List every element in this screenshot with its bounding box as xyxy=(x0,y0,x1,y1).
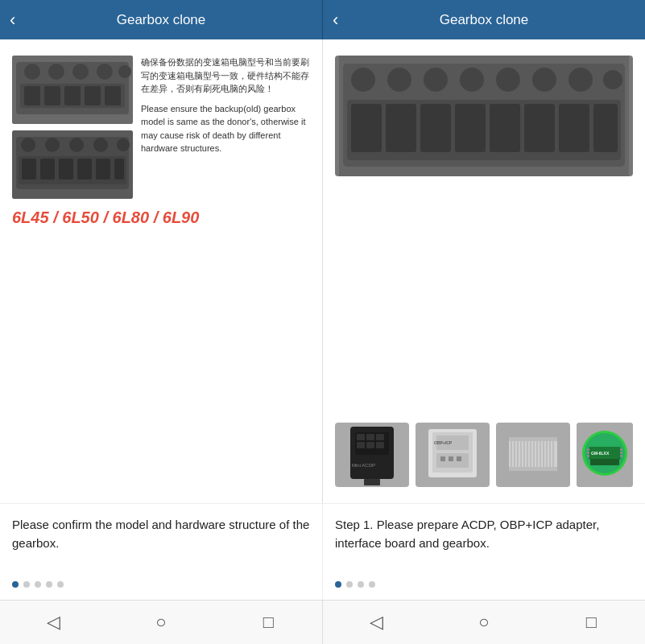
svg-rect-88 xyxy=(590,459,619,465)
svg-rect-92 xyxy=(620,448,622,451)
svg-rect-21 xyxy=(22,159,36,180)
svg-point-19 xyxy=(117,138,130,151)
svg-rect-82 xyxy=(509,467,557,471)
svg-point-2 xyxy=(24,64,40,80)
svg-rect-43 xyxy=(524,104,555,152)
right-panel: Mini ACDP OBP+ICP xyxy=(323,39,645,503)
dot-4 xyxy=(46,581,52,588)
english-text: Please ensure the backup(old) gearbox mo… xyxy=(141,102,310,155)
svg-point-33 xyxy=(496,68,520,92)
svg-rect-41 xyxy=(455,104,486,152)
large-gearbox-image xyxy=(335,56,633,176)
svg-rect-91 xyxy=(587,455,589,457)
acdp-device: Mini ACDP xyxy=(335,423,409,487)
svg-rect-40 xyxy=(420,104,451,152)
svg-point-15 xyxy=(21,138,35,152)
svg-rect-56 xyxy=(364,479,380,485)
svg-rect-39 xyxy=(386,104,416,152)
left-bottom-text: Please confirm the model and hardware st… xyxy=(12,516,310,552)
svg-point-30 xyxy=(387,68,411,92)
svg-point-5 xyxy=(97,64,113,80)
svg-rect-51 xyxy=(376,434,384,440)
gearbox-image-bottom xyxy=(12,130,133,199)
svg-rect-90 xyxy=(587,452,589,454)
svg-rect-22 xyxy=(40,159,55,180)
svg-point-31 xyxy=(424,68,448,92)
svg-rect-49 xyxy=(357,434,365,440)
svg-rect-54 xyxy=(376,442,384,448)
svg-point-34 xyxy=(532,68,556,92)
right-bottom-text: Step 1. Please prepare ACDP, OBP+ICP ada… xyxy=(335,516,633,552)
ribbon-cable xyxy=(496,423,570,487)
svg-point-3 xyxy=(48,64,64,80)
svg-text:Mini ACDP: Mini ACDP xyxy=(352,463,375,468)
svg-rect-53 xyxy=(366,442,374,448)
svg-rect-24 xyxy=(77,159,92,180)
left-nav-title: Gearbox clone xyxy=(117,12,206,28)
left-home-button[interactable]: ○ xyxy=(145,606,177,638)
svg-rect-42 xyxy=(490,104,520,152)
svg-text:GM-6LXX: GM-6LXX xyxy=(591,451,610,456)
right-nav-title: Gearbox clone xyxy=(440,12,529,28)
dot-r2 xyxy=(346,581,353,588)
svg-point-16 xyxy=(45,138,60,152)
model-label: 6L45 / 6L50 / 6L80 / 6L90 xyxy=(12,208,310,227)
left-back-nav-button[interactable]: ◁ xyxy=(38,606,70,638)
dot-r4 xyxy=(369,581,375,588)
svg-point-4 xyxy=(72,64,89,80)
svg-rect-89 xyxy=(587,448,589,451)
svg-rect-9 xyxy=(44,86,60,105)
svg-point-29 xyxy=(351,68,375,92)
dot-r1 xyxy=(335,581,341,588)
bottom-nav: ◁ ○ □ ◁ ○ □ xyxy=(0,600,645,644)
right-dots xyxy=(335,581,375,588)
dot-5 xyxy=(57,581,64,588)
dot-2 xyxy=(23,581,30,588)
svg-point-17 xyxy=(69,138,84,152)
dot-r3 xyxy=(358,581,364,588)
left-top-content: 确保备份数据的变速箱电脑型号和当前要刷写的变速箱电脑型号一致，硬件结构不能存在差… xyxy=(12,56,310,199)
svg-point-6 xyxy=(118,65,131,78)
gearbox-image-top xyxy=(12,56,133,124)
svg-rect-93 xyxy=(620,452,622,454)
svg-rect-50 xyxy=(366,434,374,440)
svg-rect-83 xyxy=(509,437,557,441)
svg-rect-64 xyxy=(449,456,453,461)
right-home-button[interactable]: ○ xyxy=(468,606,500,638)
dot-3 xyxy=(35,581,41,588)
svg-point-36 xyxy=(603,70,622,89)
right-bottom-panel: Step 1. Please prepare ACDP, OBP+ICP ada… xyxy=(323,503,645,600)
left-dots xyxy=(12,581,64,588)
right-bottom-nav: ◁ ○ □ xyxy=(323,601,645,644)
gearbox-image-stack xyxy=(12,56,133,199)
right-nav-bar: ‹ Gearbox clone xyxy=(323,0,645,39)
svg-rect-10 xyxy=(64,86,81,105)
tools-row: Mini ACDP OBP+ICP xyxy=(335,423,633,487)
left-bottom-nav: ◁ ○ □ xyxy=(0,601,323,644)
right-back-nav-button[interactable]: ◁ xyxy=(361,606,393,638)
svg-rect-23 xyxy=(59,159,73,180)
right-square-button[interactable]: □ xyxy=(575,606,607,638)
obp-icp-adapter: OBP+ICP xyxy=(416,423,490,487)
svg-rect-25 xyxy=(96,159,110,180)
svg-point-35 xyxy=(569,68,593,92)
bottom-section: Please confirm the model and hardware st… xyxy=(0,503,645,600)
svg-rect-8 xyxy=(24,86,40,105)
svg-text:OBP+ICP: OBP+ICP xyxy=(434,440,453,445)
left-back-button[interactable]: ‹ xyxy=(10,10,15,31)
description-block: 确保备份数据的变速箱电脑型号和当前要刷写的变速箱电脑型号一致，硬件结构不能存在差… xyxy=(141,56,310,199)
svg-rect-65 xyxy=(457,456,461,461)
svg-rect-94 xyxy=(620,455,622,457)
svg-rect-45 xyxy=(593,104,618,152)
chinese-text: 确保备份数据的变速箱电脑型号和当前要刷写的变速箱电脑型号一致，硬件结构不能存在差… xyxy=(141,56,310,96)
left-panel: 确保备份数据的变速箱电脑型号和当前要刷写的变速箱电脑型号一致，硬件结构不能存在差… xyxy=(0,39,323,503)
svg-rect-38 xyxy=(351,104,382,152)
left-square-button[interactable]: □ xyxy=(252,606,284,638)
gm-board: GM-6LXX xyxy=(577,423,633,487)
svg-point-32 xyxy=(460,68,484,92)
left-bottom-panel: Please confirm the model and hardware st… xyxy=(0,503,323,600)
svg-rect-44 xyxy=(559,104,589,152)
svg-rect-63 xyxy=(440,456,445,461)
svg-rect-52 xyxy=(357,442,365,448)
right-back-button[interactable]: ‹ xyxy=(333,10,338,31)
